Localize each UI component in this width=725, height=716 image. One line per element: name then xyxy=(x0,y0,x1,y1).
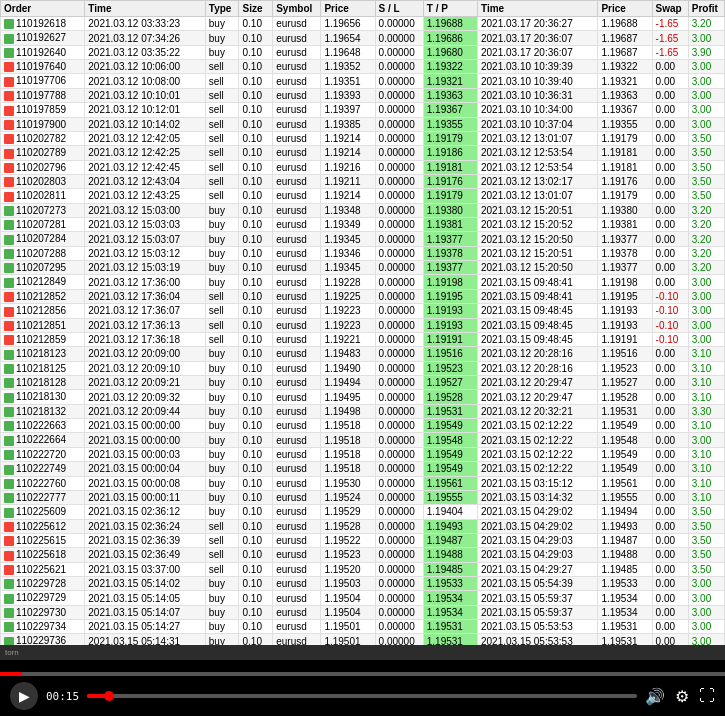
cell-size: 0.10 xyxy=(239,404,273,418)
cell-size: 0.10 xyxy=(239,318,273,332)
cell-time2: 2021.03.17 20:36:07 xyxy=(477,31,597,45)
cell-symbol: eurusd xyxy=(273,605,321,619)
cell-size: 0.10 xyxy=(239,476,273,490)
settings-icon[interactable]: ⚙ xyxy=(675,687,689,706)
cell-tp: 1.19533 xyxy=(423,577,477,591)
cell-time: 2021.03.15 00:00:08 xyxy=(85,476,205,490)
cell-sl: 0.00000 xyxy=(375,375,423,389)
cell-price: 1.19393 xyxy=(321,88,375,102)
cell-sl: 0.00000 xyxy=(375,433,423,447)
cell-tp: 1.19686 xyxy=(423,31,477,45)
cell-sl: 0.00000 xyxy=(375,347,423,361)
cell-price2: 1.19493 xyxy=(598,519,652,533)
volume-icon[interactable]: 🔊 xyxy=(645,687,665,706)
cell-price2: 1.19367 xyxy=(598,103,652,117)
cell-tp: 1.19378 xyxy=(423,246,477,260)
cell-order: 110225618 xyxy=(1,548,85,562)
table-body: 1101926182021.03.12 03:33:23buy0.10eurus… xyxy=(1,17,725,661)
cell-order: 110218125 xyxy=(1,361,85,375)
cell-price2: 1.19487 xyxy=(598,533,652,547)
cell-type: buy xyxy=(205,490,239,504)
cell-time: 2021.03.12 03:33:23 xyxy=(85,17,205,31)
cell-price2: 1.19534 xyxy=(598,591,652,605)
cell-profit: 3.50 xyxy=(688,131,724,145)
cell-sl: 0.00000 xyxy=(375,289,423,303)
cell-time: 2021.03.15 02:36:39 xyxy=(85,533,205,547)
cell-time: 2021.03.12 15:03:03 xyxy=(85,218,205,232)
cell-price2: 1.19485 xyxy=(598,562,652,576)
cell-price2: 1.19549 xyxy=(598,462,652,476)
cell-price: 1.19214 xyxy=(321,146,375,160)
cell-swap: 0.00 xyxy=(652,375,688,389)
video-progress-bar[interactable] xyxy=(0,672,725,676)
cell-time: 2021.03.12 10:14:02 xyxy=(85,117,205,131)
progress-track[interactable] xyxy=(87,694,637,698)
cell-price2: 1.19561 xyxy=(598,476,652,490)
cell-tp: 1.19493 xyxy=(423,519,477,533)
cell-profit: 3.00 xyxy=(688,88,724,102)
cell-time: 2021.03.12 20:09:10 xyxy=(85,361,205,375)
control-icons: 🔊 ⚙ ⛶ xyxy=(645,687,715,706)
cell-time: 2021.03.12 15:03:07 xyxy=(85,232,205,246)
fullscreen-icon[interactable]: ⛶ xyxy=(699,687,715,705)
cell-price: 1.19529 xyxy=(321,505,375,519)
cell-price2: 1.19363 xyxy=(598,88,652,102)
cell-profit: 3.00 xyxy=(688,304,724,318)
video-player[interactable]: ▶ 00:15 🔊 ⚙ ⛶ xyxy=(0,660,725,716)
cell-time2: 2021.03.15 05:59:37 xyxy=(477,605,597,619)
cell-size: 0.10 xyxy=(239,562,273,576)
cell-size: 0.10 xyxy=(239,533,273,547)
cell-order: 110207295 xyxy=(1,261,85,275)
cell-price: 1.19498 xyxy=(321,404,375,418)
cell-swap: 0.00 xyxy=(652,232,688,246)
cell-price: 1.19522 xyxy=(321,533,375,547)
cell-price2: 1.19181 xyxy=(598,146,652,160)
cell-sl: 0.00000 xyxy=(375,332,423,346)
cell-symbol: eurusd xyxy=(273,404,321,418)
cell-time: 2021.03.12 15:03:19 xyxy=(85,261,205,275)
cell-swap: 0.00 xyxy=(652,203,688,217)
cell-tp: 1.19179 xyxy=(423,189,477,203)
cell-price: 1.19483 xyxy=(321,347,375,361)
play-button[interactable]: ▶ xyxy=(10,682,38,710)
cell-price: 1.19397 xyxy=(321,103,375,117)
cell-size: 0.10 xyxy=(239,103,273,117)
cell-sl: 0.00000 xyxy=(375,519,423,533)
cell-profit: 3.10 xyxy=(688,419,724,433)
cell-type: sell xyxy=(205,103,239,117)
cell-tp: 1.19531 xyxy=(423,620,477,634)
cell-order: 110222664 xyxy=(1,433,85,447)
cell-size: 0.10 xyxy=(239,519,273,533)
cell-price: 1.19228 xyxy=(321,275,375,289)
cell-symbol: eurusd xyxy=(273,332,321,346)
cell-swap: 0.00 xyxy=(652,390,688,404)
cell-type: buy xyxy=(205,447,239,461)
table-row: 1102256152021.03.15 02:36:39sell0.10euru… xyxy=(1,533,725,547)
cell-order: 110197900 xyxy=(1,117,85,131)
cell-time2: 2021.03.12 15:20:51 xyxy=(477,203,597,217)
cell-order: 110207288 xyxy=(1,246,85,260)
cell-type: buy xyxy=(205,591,239,605)
trades-table-container: Order Time Type Size Symbol Price S / L … xyxy=(0,0,725,660)
cell-time2: 2021.03.15 09:48:41 xyxy=(477,275,597,289)
cell-price: 1.19501 xyxy=(321,620,375,634)
cell-price2: 1.19193 xyxy=(598,318,652,332)
cell-time: 2021.03.15 02:36:49 xyxy=(85,548,205,562)
cell-sl: 0.00000 xyxy=(375,189,423,203)
cell-price: 1.19518 xyxy=(321,419,375,433)
cell-size: 0.10 xyxy=(239,605,273,619)
cell-price2: 1.19355 xyxy=(598,117,652,131)
col-header-time: Time xyxy=(85,1,205,17)
cell-order: 110218128 xyxy=(1,375,85,389)
cell-time2: 2021.03.12 20:29:47 xyxy=(477,375,597,389)
cell-symbol: eurusd xyxy=(273,390,321,404)
cell-type: sell xyxy=(205,332,239,346)
table-row: 1101978592021.03.12 10:12:01sell0.10euru… xyxy=(1,103,725,117)
cell-price: 1.19211 xyxy=(321,174,375,188)
cell-swap: 0.00 xyxy=(652,562,688,576)
video-controls: ▶ 00:15 🔊 ⚙ ⛶ xyxy=(0,676,725,716)
cell-profit: 3.10 xyxy=(688,390,724,404)
cell-swap: 0.00 xyxy=(652,361,688,375)
cell-type: sell xyxy=(205,289,239,303)
cell-type: buy xyxy=(205,361,239,375)
